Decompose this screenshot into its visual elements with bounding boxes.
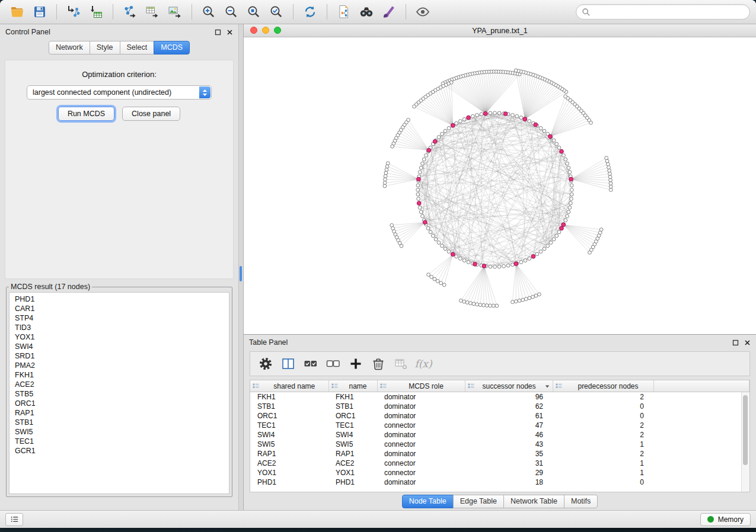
list-item[interactable]: RAP1: [9, 408, 229, 418]
list-item[interactable]: STB5: [9, 389, 229, 399]
list-item[interactable]: CAR1: [9, 304, 229, 313]
cell-mcds_role[interactable]: connector: [377, 440, 465, 449]
cell-shared_name[interactable]: YOX1: [250, 468, 328, 477]
cell-predecessor_nodes[interactable]: 1: [553, 468, 653, 477]
search-input[interactable]: [594, 7, 744, 17]
sort-icon[interactable]: [380, 383, 387, 389]
cell-mcds_role[interactable]: dominator: [377, 477, 465, 487]
tab-motifs[interactable]: Motifs: [564, 495, 598, 508]
cell-mcds_role[interactable]: dominator: [377, 411, 465, 421]
plus-button[interactable]: [345, 354, 366, 373]
optimization-dropdown[interactable]: largest connected component (undirected): [27, 85, 212, 100]
list-item[interactable]: STB1: [9, 418, 229, 427]
table-panel-float-button[interactable]: [732, 339, 739, 346]
column-header-name[interactable]: name: [328, 380, 377, 392]
apply-style-button[interactable]: [378, 2, 400, 22]
table-row[interactable]: PHD1PHD1dominator180: [250, 477, 749, 487]
tab-network[interactable]: Network: [49, 41, 90, 55]
list-item[interactable]: ORC1: [9, 399, 229, 408]
cell-shared_name[interactable]: SWI4: [250, 430, 328, 440]
tab-edge-table[interactable]: Edge Table: [453, 495, 504, 508]
save-session-button[interactable]: [28, 2, 51, 22]
cell-mcds_role[interactable]: dominator: [377, 430, 465, 440]
cell-successor_nodes[interactable]: 31: [465, 459, 553, 468]
close-panel-button[interactable]: Close panel: [122, 107, 180, 121]
list-item[interactable]: GCR1: [9, 446, 229, 456]
gear-button[interactable]: [255, 354, 276, 373]
import-table-button[interactable]: [85, 2, 107, 22]
cell-successor_nodes[interactable]: 18: [465, 477, 553, 487]
list-item[interactable]: TEC1: [9, 437, 229, 446]
table-row[interactable]: ORC1ORC1dominator610: [250, 411, 749, 421]
sort-icon[interactable]: [253, 383, 259, 389]
list-item[interactable]: SWI5: [9, 427, 229, 437]
table-row[interactable]: TEC1TEC1connector472: [250, 421, 749, 430]
zoom-fit-button[interactable]: [265, 2, 288, 22]
cell-successor_nodes[interactable]: 62: [465, 402, 553, 411]
search-network-button[interactable]: [355, 2, 378, 22]
list-item[interactable]: YOX1: [9, 332, 229, 342]
list-item[interactable]: SRD1: [9, 351, 229, 361]
cell-shared_name[interactable]: PHD1: [250, 477, 328, 487]
cell-successor_nodes[interactable]: 46: [465, 430, 553, 440]
table-scrollbar-thumb[interactable]: [743, 395, 748, 465]
cell-predecessor_nodes[interactable]: 1: [553, 459, 653, 468]
minimize-window-button[interactable]: [262, 27, 269, 34]
tab-select[interactable]: Select: [120, 41, 155, 55]
cell-mcds_role[interactable]: dominator: [377, 392, 465, 402]
list-item[interactable]: ACE2: [9, 380, 229, 389]
table-row[interactable]: SWI4SWI4dominator462: [250, 430, 749, 440]
select-all-button[interactable]: [300, 354, 321, 373]
tab-node-table[interactable]: Node Table: [402, 495, 454, 508]
cell-name[interactable]: RAP1: [328, 449, 377, 459]
cell-predecessor_nodes[interactable]: 2: [553, 449, 653, 459]
table-row[interactable]: SWI5SWI5connector431: [250, 440, 749, 449]
network-canvas[interactable]: [244, 37, 756, 334]
run-mcds-button[interactable]: Run MCDS: [58, 107, 114, 121]
table-scrollbar[interactable]: [741, 392, 749, 492]
cell-name[interactable]: ACE2: [328, 459, 377, 468]
open-file-button[interactable]: [6, 2, 28, 22]
cell-predecessor_nodes[interactable]: 0: [553, 411, 653, 421]
cell-shared_name[interactable]: FKH1: [250, 392, 328, 402]
cell-name[interactable]: ORC1: [328, 411, 377, 421]
list-item[interactable]: PMA2: [9, 361, 229, 370]
panel-divider[interactable]: [238, 24, 244, 510]
cell-shared_name[interactable]: ACE2: [250, 459, 328, 468]
deselect-all-button[interactable]: [323, 354, 344, 373]
export-image-button[interactable]: [164, 2, 186, 22]
cell-predecessor_nodes[interactable]: 0: [553, 402, 653, 411]
maximize-window-button[interactable]: [274, 27, 281, 34]
tab-network-table[interactable]: Network Table: [503, 495, 564, 508]
cell-mcds_role[interactable]: connector: [377, 421, 465, 430]
table-row[interactable]: YOX1YOX1connector291: [250, 468, 749, 477]
cell-successor_nodes[interactable]: 35: [465, 449, 553, 459]
cell-predecessor_nodes[interactable]: 0: [553, 477, 653, 487]
panel-float-button[interactable]: [215, 29, 221, 36]
search-box[interactable]: [576, 4, 750, 20]
column-header-MCDS-role[interactable]: MCDS role: [377, 380, 465, 392]
cell-predecessor_nodes[interactable]: 2: [553, 421, 653, 430]
show-hide-eye-button[interactable]: [412, 2, 434, 22]
table-row[interactable]: STB1STB1dominator620: [250, 402, 749, 411]
tab-style[interactable]: Style: [90, 41, 120, 55]
export-network-button[interactable]: [119, 2, 141, 22]
cell-successor_nodes[interactable]: 47: [465, 421, 553, 430]
chevron-down-icon[interactable]: [544, 383, 550, 389]
cell-name[interactable]: STB1: [328, 402, 377, 411]
export-document-button[interactable]: [333, 2, 355, 22]
list-item[interactable]: FKH1: [9, 370, 229, 380]
sort-icon[interactable]: [331, 383, 338, 389]
cell-predecessor_nodes[interactable]: 2: [553, 430, 653, 440]
cell-shared_name[interactable]: ORC1: [250, 411, 328, 421]
zoom-out-button[interactable]: [220, 2, 243, 22]
trash-button[interactable]: [368, 354, 389, 373]
export-table-button[interactable]: [141, 2, 164, 22]
mcds-result-list[interactable]: PHD1CAR1STP4TID3YOX1SWI4SRD1PMA2FKH1ACE2…: [9, 292, 229, 494]
table-row[interactable]: RAP1RAP1dominator352: [250, 449, 749, 459]
sort-icon[interactable]: [468, 383, 474, 389]
cell-name[interactable]: SWI5: [328, 440, 377, 449]
column-header-predecessor-nodes[interactable]: predecessor nodes: [553, 380, 653, 392]
column-header-successor-nodes[interactable]: successor nodes: [465, 380, 553, 392]
panel-close-button[interactable]: [227, 29, 233, 36]
